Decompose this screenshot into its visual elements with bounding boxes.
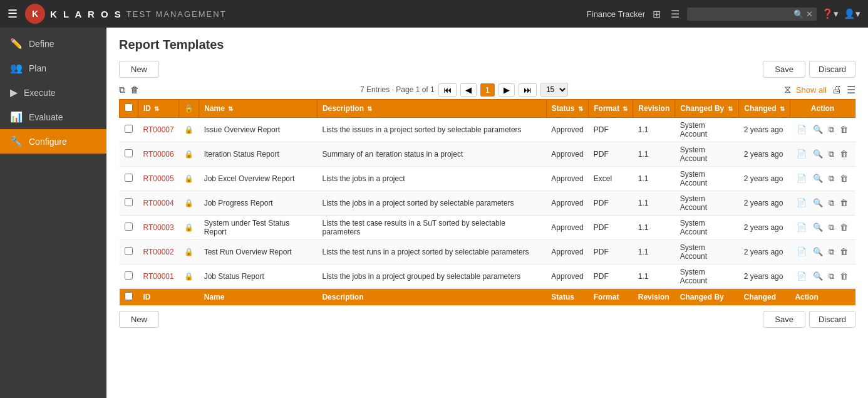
row-view-btn-5[interactable]: 📄 — [795, 246, 809, 257]
col-header-status[interactable]: Status ⇅ — [546, 100, 588, 118]
row-copy-btn-6[interactable]: ⧉ — [827, 271, 836, 282]
row-delete-btn-1[interactable]: 🗑 — [838, 149, 850, 159]
page-number-1[interactable]: 1 — [480, 83, 495, 97]
row-id-0: RT00007 — [138, 118, 179, 142]
print-icon[interactable]: 🖨 — [832, 84, 842, 95]
project-switcher-icon[interactable]: ⊞ — [650, 6, 663, 23]
copy-icon[interactable]: ⧉ — [119, 85, 125, 95]
row-view-btn-1[interactable]: 📄 — [795, 149, 809, 159]
footer-col-changed-by: Changed By — [675, 289, 739, 306]
row-search-btn-0[interactable]: 🔍 — [811, 124, 825, 135]
row-changed-by-0: System Account — [675, 118, 739, 142]
col-header-description[interactable]: Description ⇅ — [317, 100, 546, 118]
row-copy-btn-3[interactable]: ⧉ — [827, 197, 836, 209]
row-copy-btn-5[interactable]: ⧉ — [827, 246, 836, 258]
row-name-0: Issue Overview Report — [199, 118, 318, 142]
filter-icon[interactable]: ⧖ — [784, 84, 791, 95]
clear-search-icon[interactable]: ✕ — [806, 9, 813, 19]
row-select-6[interactable] — [125, 271, 133, 280]
user-menu-icon[interactable]: 👤▾ — [844, 8, 860, 19]
row-view-btn-6[interactable]: 📄 — [795, 271, 809, 281]
row-search-btn-2[interactable]: 🔍 — [811, 173, 825, 184]
row-search-btn-1[interactable]: 🔍 — [811, 149, 825, 159]
row-search-btn-4[interactable]: 🔍 — [811, 222, 825, 233]
table-row: RT00001 🔒 Job Status Report Lists the jo… — [120, 264, 855, 289]
row-copy-btn-0[interactable]: ⧉ — [827, 124, 836, 135]
row-delete-btn-3[interactable]: 🗑 — [838, 197, 850, 208]
row-id-link-0[interactable]: RT00007 — [143, 125, 174, 134]
row-select-0[interactable] — [125, 125, 133, 133]
row-checkbox-1 — [120, 142, 138, 167]
col-header-changed[interactable]: Changed ⇅ — [739, 100, 790, 118]
sidebar-item-define[interactable]: ✏️ Define — [0, 31, 106, 56]
page-next-button[interactable]: ▶ — [499, 83, 515, 97]
row-id-link-4[interactable]: RT00003 — [143, 223, 174, 232]
delete-icon[interactable]: 🗑 — [130, 85, 139, 95]
row-description-5: Lists the test runs in a project sorted … — [317, 240, 546, 264]
col-header-revision[interactable]: Revision — [633, 100, 675, 118]
row-view-btn-2[interactable]: 📄 — [795, 173, 809, 184]
row-view-btn-0[interactable]: 📄 — [795, 124, 809, 135]
row-delete-btn-0[interactable]: 🗑 — [838, 124, 850, 135]
row-id-link-5[interactable]: RT00002 — [143, 248, 174, 256]
row-id-link-2[interactable]: RT00005 — [143, 174, 174, 183]
discard-button-bottom[interactable]: Discard — [809, 311, 855, 328]
table-menu-icon[interactable]: ☰ — [847, 84, 855, 96]
sidebar-item-evaluate[interactable]: 📊 Evaluate — [0, 105, 106, 129]
discard-button-top[interactable]: Discard — [809, 61, 855, 78]
new-button-top[interactable]: New — [119, 61, 159, 78]
row-format-5: PDF — [589, 240, 633, 264]
col-header-changed-by[interactable]: Changed By ⇅ — [675, 100, 739, 118]
row-select-5[interactable] — [125, 247, 133, 255]
search-icon[interactable]: 🔍 — [793, 9, 803, 19]
row-copy-btn-4[interactable]: ⧉ — [827, 222, 836, 233]
sidebar-item-configure[interactable]: 🔧 Configure — [0, 129, 106, 154]
new-button-bottom[interactable]: New — [119, 311, 159, 328]
footer-checkbox[interactable] — [125, 292, 133, 300]
row-id-link-1[interactable]: RT00006 — [143, 150, 174, 159]
hamburger-menu-icon[interactable]: ☰ — [8, 7, 18, 21]
row-id-link-6[interactable]: RT00001 — [143, 272, 174, 281]
row-select-3[interactable] — [125, 198, 133, 206]
row-changed-by-3: System Account — [675, 191, 739, 216]
row-copy-btn-2[interactable]: ⧉ — [827, 173, 836, 184]
layout-icon[interactable]: ☰ — [668, 6, 682, 23]
sidebar-item-plan[interactable]: 👥 Plan — [0, 56, 106, 80]
page-prev-button[interactable]: ◀ — [460, 83, 477, 97]
save-button-top[interactable]: Save — [763, 61, 805, 78]
row-delete-btn-2[interactable]: 🗑 — [838, 173, 850, 184]
sidebar-item-execute[interactable]: ▶ Execute — [0, 80, 106, 105]
select-all-checkbox[interactable] — [125, 103, 133, 112]
row-select-1[interactable] — [125, 149, 133, 157]
sidebar-item-label-define: Define — [29, 39, 54, 49]
show-all-link[interactable]: Show all — [796, 85, 827, 95]
row-select-2[interactable] — [125, 174, 133, 182]
col-header-id[interactable]: ID ⇅ — [138, 100, 179, 118]
save-button-bottom[interactable]: Save — [763, 311, 805, 328]
row-view-btn-3[interactable]: 📄 — [795, 197, 809, 208]
row-status-1: Approved — [546, 142, 588, 167]
help-icon[interactable]: ❓▾ — [822, 8, 839, 19]
row-actions-5: 📄 🔍 ⧉ 🗑 — [790, 240, 855, 264]
row-id-3: RT00004 — [138, 191, 179, 216]
row-search-btn-6[interactable]: 🔍 — [811, 271, 825, 281]
row-search-btn-5[interactable]: 🔍 — [811, 246, 825, 257]
row-view-btn-4[interactable]: 📄 — [795, 222, 809, 233]
search-input[interactable] — [691, 9, 791, 19]
row-copy-btn-1[interactable]: ⧉ — [827, 149, 836, 160]
row-select-4[interactable] — [125, 223, 133, 231]
search-box: 🔍 ✕ — [687, 8, 817, 21]
col-header-name[interactable]: Name ⇅ — [199, 100, 318, 118]
row-id-link-3[interactable]: RT00004 — [143, 199, 174, 207]
row-delete-btn-6[interactable]: 🗑 — [838, 271, 850, 281]
report-table: ID ⇅ 🔒 Name ⇅ Description ⇅ Status ⇅ For… — [119, 99, 855, 306]
row-checkbox-3 — [120, 191, 138, 216]
row-search-btn-3[interactable]: 🔍 — [811, 197, 825, 208]
row-revision-3: 1.1 — [633, 191, 675, 216]
page-last-button[interactable]: ⏭ — [519, 83, 537, 97]
row-delete-btn-4[interactable]: 🗑 — [838, 222, 850, 233]
row-delete-btn-5[interactable]: 🗑 — [838, 246, 850, 257]
page-first-button[interactable]: ⏮ — [438, 83, 457, 97]
col-header-format[interactable]: Format ⇅ — [589, 100, 633, 118]
per-page-select[interactable]: 15 25 50 — [540, 83, 568, 97]
